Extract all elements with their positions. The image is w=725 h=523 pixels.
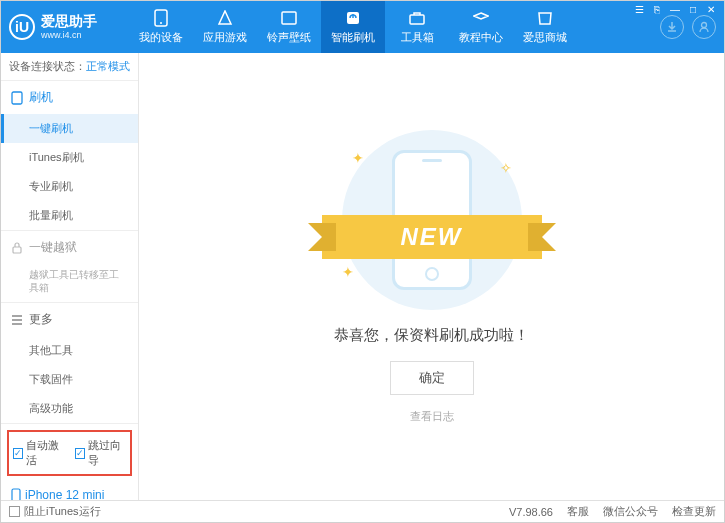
maximize-icon[interactable]: □: [685, 2, 701, 16]
checkbox-block-itunes[interactable]: 阻止iTunes运行: [9, 504, 101, 519]
nav-tutorials[interactable]: 教程中心: [449, 1, 513, 53]
jailbreak-note: 越狱工具已转移至工具箱: [1, 264, 138, 302]
wallpaper-icon: [280, 9, 298, 27]
version-label: V7.98.66: [509, 506, 553, 518]
service-link[interactable]: 客服: [567, 504, 589, 519]
logo-icon: iU: [9, 14, 35, 40]
options-highlighted: ✓自动激活 ✓跳过向导: [7, 430, 132, 476]
flash-icon: [344, 9, 362, 27]
nav-toolbox[interactable]: 工具箱: [385, 1, 449, 53]
sidebar-item-itunes-flash[interactable]: iTunes刷机: [1, 143, 138, 172]
window-controls: ☰ ⎘ — □ ✕: [631, 2, 719, 16]
wechat-link[interactable]: 微信公众号: [603, 504, 658, 519]
sidebar-item-download-firmware[interactable]: 下载固件: [1, 365, 138, 394]
checkbox-auto-activate[interactable]: ✓自动激活: [13, 438, 65, 468]
nav-my-device[interactable]: 我的设备: [129, 1, 193, 53]
checkbox-skip-guide[interactable]: ✓跳过向导: [75, 438, 127, 468]
device-icon: [11, 488, 21, 500]
app-name: 爱思助手: [41, 14, 97, 29]
sidebar-item-other-tools[interactable]: 其他工具: [1, 336, 138, 365]
svg-rect-2: [282, 12, 296, 24]
close-icon[interactable]: ✕: [703, 2, 719, 16]
nav-store[interactable]: 爱思商城: [513, 1, 577, 53]
sidebar-flash-header[interactable]: 刷机: [1, 81, 138, 114]
sidebar-item-oneclick-flash[interactable]: 一键刷机: [1, 114, 138, 143]
confirm-button[interactable]: 确定: [390, 361, 474, 395]
update-link[interactable]: 检查更新: [672, 504, 716, 519]
sidebar: 设备连接状态：正常模式 刷机 一键刷机 iTunes刷机 专业刷机 批量刷机 一…: [1, 53, 139, 500]
phone-icon: [11, 91, 23, 105]
footer: 阻止iTunes运行 V7.98.66 客服 微信公众号 检查更新: [1, 500, 724, 522]
connection-status: 设备连接状态：正常模式: [1, 53, 138, 81]
menu-icon[interactable]: ☰: [631, 2, 647, 16]
download-button[interactable]: [660, 15, 684, 39]
main-nav: 我的设备 应用游戏 铃声壁纸 智能刷机 工具箱 教程中心 爱思商城: [129, 1, 660, 53]
svg-point-1: [160, 22, 162, 24]
pin-icon[interactable]: ⎘: [649, 2, 665, 16]
sidebar-item-advanced[interactable]: 高级功能: [1, 394, 138, 423]
sidebar-more-header[interactable]: 更多: [1, 303, 138, 336]
logo: iU 爱思助手 www.i4.cn: [9, 14, 129, 40]
header: iU 爱思助手 www.i4.cn 我的设备 应用游戏 铃声壁纸 智能刷机 工具…: [1, 1, 724, 53]
user-button[interactable]: [692, 15, 716, 39]
minimize-icon[interactable]: —: [667, 2, 683, 16]
svg-rect-8: [12, 489, 20, 500]
sidebar-item-batch-flash[interactable]: 批量刷机: [1, 201, 138, 230]
main-content: ✦ ✧ ✦ NEW 恭喜您，保资料刷机成功啦！ 确定 查看日志: [139, 53, 724, 500]
sidebar-item-pro-flash[interactable]: 专业刷机: [1, 172, 138, 201]
store-icon: [536, 9, 554, 27]
lock-icon: [11, 242, 23, 254]
app-url: www.i4.cn: [41, 30, 97, 40]
apps-icon: [216, 9, 234, 27]
nav-apps[interactable]: 应用游戏: [193, 1, 257, 53]
tutorial-icon: [472, 9, 490, 27]
success-illustration: ✦ ✧ ✦ NEW: [302, 130, 562, 310]
sidebar-jailbreak-header: 一键越狱: [1, 231, 138, 264]
svg-rect-4: [410, 15, 424, 24]
menu-icon: [11, 315, 23, 325]
svg-rect-7: [13, 247, 21, 253]
phone-icon: [152, 9, 170, 27]
success-message: 恭喜您，保资料刷机成功啦！: [334, 326, 529, 345]
nav-ringtones[interactable]: 铃声壁纸: [257, 1, 321, 53]
new-ribbon: NEW: [322, 215, 542, 259]
device-info[interactable]: iPhone 12 mini 64GB Down-12mini-13,1: [1, 482, 138, 500]
toolbox-icon: [408, 9, 426, 27]
svg-rect-6: [12, 92, 22, 104]
nav-flash[interactable]: 智能刷机: [321, 1, 385, 53]
view-log-link[interactable]: 查看日志: [410, 409, 454, 424]
svg-point-5: [702, 23, 707, 28]
